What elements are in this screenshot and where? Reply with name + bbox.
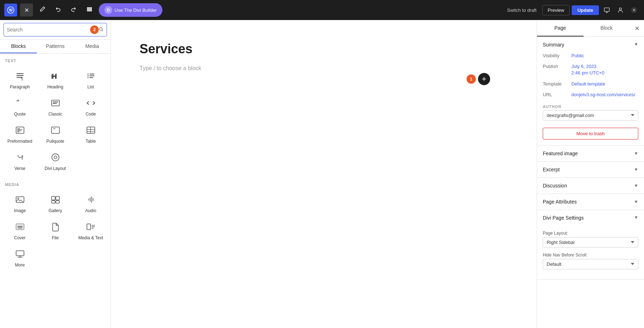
block-list[interactable]: List: [73, 65, 108, 92]
edit-button[interactable]: [36, 4, 49, 16]
tab-media[interactable]: Media: [74, 40, 111, 53]
block-image[interactable]: Image: [2, 189, 38, 216]
right-tab-block[interactable]: Block: [584, 20, 630, 36]
block-label-preformatted: Preformatted: [8, 139, 32, 144]
block-label-heading: Heading: [47, 84, 63, 89]
featured-image-header[interactable]: Featured image ▼: [537, 146, 644, 161]
block-quote[interactable]: " Quote: [2, 92, 38, 119]
list-view-button[interactable]: [83, 4, 96, 16]
block-more[interactable]: More: [2, 243, 38, 270]
page-layout-select[interactable]: Right Sidebar Left Sidebar Full Width No…: [543, 237, 638, 248]
tab-patterns[interactable]: Patterns: [37, 40, 74, 53]
block-label-audio: Audio: [85, 208, 96, 213]
url-value[interactable]: donjetv3.sg-host.com/services/: [571, 92, 635, 98]
featured-image-section: Featured image ▼: [537, 146, 644, 162]
text-section-label: TEXT: [0, 54, 111, 65]
svg-text:W: W: [9, 8, 13, 12]
search-input[interactable]: [7, 27, 89, 33]
visibility-value[interactable]: Public: [571, 53, 584, 59]
template-value[interactable]: Default template: [571, 81, 605, 87]
block-code[interactable]: Code: [73, 92, 108, 119]
redo-button[interactable]: [67, 4, 80, 16]
divi-builder-button[interactable]: D Use The Divi Builder: [99, 3, 162, 17]
svg-rect-34: [87, 127, 95, 133]
block-classic[interactable]: Classic: [38, 92, 73, 119]
media-text-icon: [84, 220, 97, 233]
verse-icon: [14, 151, 26, 164]
discussion-header[interactable]: Discussion ▼: [537, 178, 644, 194]
svg-rect-50: [87, 224, 91, 230]
undo-button[interactable]: [52, 4, 64, 16]
block-cover[interactable]: Cover: [2, 216, 38, 243]
svg-rect-54: [16, 251, 24, 256]
block-heading[interactable]: H Heading: [38, 65, 73, 92]
svg-rect-5: [604, 8, 609, 11]
svg-rect-45: [56, 201, 59, 203]
hide-nav-select[interactable]: Default Hide Show: [543, 259, 638, 269]
block-paragraph[interactable]: ¶ Paragraph: [2, 65, 38, 92]
switch-to-draft-button[interactable]: Switch to draft: [503, 5, 540, 15]
summary-body: Visibility Public Publish July 6, 2023 2…: [537, 53, 644, 145]
classic-icon: [49, 97, 62, 109]
settings-icon-button[interactable]: [628, 4, 640, 16]
close-icon: ✕: [635, 25, 639, 32]
svg-point-39: [54, 156, 57, 159]
divi-settings-section: Divi Page Settings ▲ Page Layout: Right …: [537, 210, 644, 280]
page-layout-label: Page Layout:: [543, 231, 638, 236]
svg-rect-32: [52, 127, 59, 133]
close-button[interactable]: ✕: [20, 4, 33, 16]
svg-point-21: [87, 77, 88, 78]
svg-text:¶: ¶: [21, 76, 23, 81]
add-block-button[interactable]: +: [478, 73, 490, 85]
user-icon-button[interactable]: [615, 4, 626, 16]
block-audio[interactable]: Audio: [73, 189, 108, 216]
visibility-row: Visibility Public: [543, 53, 638, 59]
featured-image-title: Featured image: [543, 151, 578, 156]
publish-value[interactable]: July 6, 2023 2:46 pm UTC+0: [571, 63, 604, 76]
discussion-section: Discussion ▼: [537, 178, 644, 194]
excerpt-header[interactable]: Excerpt ▼: [537, 162, 644, 177]
layout: 2 Blocks Patterns Media TEXT ¶ Paragraph: [0, 20, 644, 328]
hide-nav-label: Hide Nav Before Scroll:: [543, 253, 638, 258]
featured-image-chevron-icon: ▼: [634, 151, 638, 156]
block-placeholder[interactable]: Type / to choose a block: [140, 62, 508, 74]
preview-button[interactable]: Preview: [542, 5, 570, 15]
page-title-input[interactable]: [140, 41, 508, 57]
summary-accordion-header[interactable]: Summary ▲: [537, 37, 644, 53]
block-pullquote[interactable]: " Pullquote: [38, 119, 73, 147]
svg-rect-27: [16, 127, 24, 133]
svg-rect-48: [18, 226, 23, 227]
gallery-icon: [49, 193, 62, 206]
page-attributes-section: Page Attributes ▼: [537, 194, 644, 210]
monitor-icon-button[interactable]: [601, 4, 613, 16]
svg-rect-26: [53, 103, 57, 104]
author-select[interactable]: deezgrafix@gmail.com: [543, 110, 638, 121]
block-verse[interactable]: Verse: [2, 147, 38, 174]
excerpt-title: Excerpt: [543, 167, 560, 172]
block-label-paragraph: Paragraph: [10, 84, 30, 89]
block-label-more: More: [15, 263, 25, 268]
divi-circle: D: [104, 6, 112, 14]
svg-rect-9: [16, 73, 24, 74]
block-gallery[interactable]: Gallery: [38, 189, 73, 216]
divi-settings-chevron-icon: ▲: [634, 215, 638, 220]
visibility-label: Visibility: [543, 53, 571, 58]
url-row: URL donjetv3.sg-host.com/services/: [543, 92, 638, 98]
divi-settings-header[interactable]: Divi Page Settings ▲: [537, 210, 644, 226]
page-attributes-header[interactable]: Page Attributes ▼: [537, 194, 644, 210]
block-table[interactable]: Table: [73, 119, 108, 147]
move-to-trash-button[interactable]: Move to trash: [543, 128, 638, 139]
heading-icon: H: [49, 69, 62, 82]
svg-rect-28: [17, 128, 20, 129]
svg-rect-18: [89, 74, 94, 74]
block-divi-layout[interactable]: Divi Layout: [38, 147, 73, 174]
divi-layout-icon: [49, 151, 62, 164]
block-preformatted[interactable]: Preformatted: [2, 119, 38, 147]
block-media-text[interactable]: Media & Text: [73, 216, 108, 243]
block-file[interactable]: File: [38, 216, 73, 243]
update-button[interactable]: Update: [572, 5, 599, 15]
right-tab-page[interactable]: Page: [537, 20, 584, 36]
right-sidebar-close-button[interactable]: ✕: [630, 20, 644, 36]
tab-blocks[interactable]: Blocks: [0, 40, 37, 53]
blocks-tabs: Blocks Patterns Media: [0, 40, 111, 54]
